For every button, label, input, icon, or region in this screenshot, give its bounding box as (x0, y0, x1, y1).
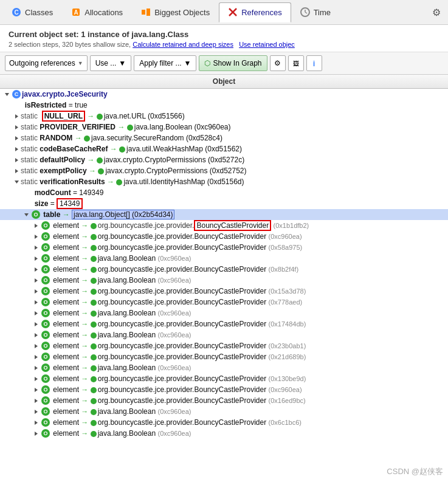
use-retained-link[interactable]: Use retained objec (239, 41, 295, 48)
expand-button[interactable] (12, 167, 21, 175)
svg-rect-5 (146, 9, 150, 16)
tab-references[interactable]: References (219, 2, 291, 22)
tab-time[interactable]: Time (291, 2, 340, 22)
settings-icon-button[interactable]: ⚙ (270, 55, 286, 71)
calc-retained-link[interactable]: Calculate retained and deep sizes (133, 41, 233, 48)
object-type-icon: O (41, 353, 50, 361)
expand-button[interactable] (12, 134, 21, 142)
expand-button[interactable] (12, 145, 21, 153)
svg-marker-22 (35, 246, 38, 250)
svg-rect-4 (142, 10, 145, 15)
expand-button[interactable] (32, 331, 40, 339)
tree-row[interactable]: O element → org.bouncycastle.jce.provide… (0, 373, 448, 384)
tab-classes[interactable]: C Classes (2, 2, 62, 22)
tree-row[interactable]: size = 14349 (0, 198, 448, 209)
object-type-icon: O (32, 210, 40, 219)
tree-row[interactable]: O element → org.bouncycastle.jce.provide… (0, 264, 448, 275)
tree-row[interactable]: O element → org.bouncycastle.jce.provide… (0, 242, 448, 253)
tab-allocations[interactable]: A Allocations (62, 2, 132, 22)
expand-button[interactable] (32, 254, 40, 263)
settings-button[interactable]: ⚙ (427, 4, 446, 21)
expand-button[interactable] (32, 396, 40, 405)
tree-row[interactable]: O element → org.bouncycastle.jce.provide… (0, 318, 448, 329)
tree-row[interactable]: O element → org.bouncycastle.jce.provide… (0, 220, 448, 231)
tree-row[interactable]: O element → org.bouncycastle.jce.provide… (0, 286, 448, 297)
expand-button[interactable] (2, 90, 11, 98)
tree-row[interactable]: O element → java.lang.Boolean (0xc960ea) (0, 253, 448, 264)
expand-button[interactable] (32, 320, 40, 328)
expand-button[interactable] (32, 353, 40, 361)
expand-placeholder (22, 199, 30, 208)
expand-button[interactable] (12, 112, 21, 120)
expand-button[interactable] (32, 265, 40, 274)
tree-row[interactable]: O element → org.bouncycastle.jce.provide… (0, 297, 448, 308)
object-type-icon: O (41, 232, 50, 241)
tree-row[interactable]: static NULL_URL → java.net.URL (0xd51566… (0, 111, 448, 122)
row-text: element → org.bouncycastle.jce.provider.… (51, 385, 302, 394)
expand-button[interactable] (32, 407, 40, 416)
apply-filter-button[interactable]: Apply filter ... ▼ (134, 55, 196, 71)
expand-button[interactable] (32, 232, 40, 241)
row-text: element → org.bouncycastle.jce.provider.… (51, 287, 306, 295)
outgoing-references-dropdown[interactable]: Outgoing references ▼ (5, 55, 88, 71)
object-type-icon: O (41, 342, 50, 350)
svg-marker-12 (15, 114, 18, 119)
tree-row[interactable]: O element → java.lang.Boolean (0xc960ea) (0, 428, 448, 439)
tree-row[interactable]: static PROVIDER_VERIFIED → java.lang.Boo… (0, 122, 448, 133)
expand-button[interactable] (32, 276, 40, 284)
tree-row[interactable]: O element → org.bouncycastle.jce.provide… (0, 351, 448, 362)
tab-biggest-objects[interactable]: Biggest Objects (132, 2, 219, 22)
biggest-objects-icon (141, 7, 151, 17)
object-type-icon: C (12, 90, 21, 98)
object-type-icon: O (41, 385, 50, 394)
tree-row[interactable]: O element → org.bouncycastle.jce.provide… (0, 231, 448, 242)
expand-button[interactable] (32, 287, 40, 295)
tree-row[interactable]: static verificationResults → java.util.I… (0, 176, 448, 187)
expand-button[interactable] (12, 177, 21, 186)
expand-button[interactable] (32, 385, 40, 394)
tree-row[interactable]: modCount = 149349 (0, 187, 448, 198)
svg-marker-24 (35, 267, 38, 272)
expand-button[interactable] (32, 363, 40, 372)
tree-row[interactable]: static defaultPolicy → javax.crypto.Cryp… (0, 154, 448, 165)
row-text: element → java.lang.Boolean (0xc960ea) (51, 254, 191, 263)
tree-row[interactable]: static exemptPolicy → javax.crypto.Crypt… (0, 165, 448, 176)
use-label: Use ... (95, 59, 117, 67)
tree-container[interactable]: Cjavax.crypto.JceSecurity isRestricted =… (0, 89, 448, 439)
info-icon-button[interactable]: i (306, 55, 322, 71)
tree-row[interactable]: O element → org.bouncycastle.jce.provide… (0, 395, 448, 406)
row-text: element → org.bouncycastle.jce.provider.… (51, 396, 306, 405)
expand-button[interactable] (22, 210, 30, 219)
tree-row[interactable]: O table → java.lang.Object[] (0x2b54d34) (0, 209, 448, 220)
svg-line-10 (305, 12, 307, 13)
expand-button[interactable] (32, 429, 40, 438)
tree-row[interactable]: O element → org.bouncycastle.jce.provide… (0, 417, 448, 428)
expand-button[interactable] (32, 298, 40, 306)
expand-button[interactable] (32, 374, 40, 383)
expand-button[interactable] (32, 309, 40, 317)
tree-row[interactable]: O element → org.bouncycastle.jce.provide… (0, 384, 448, 395)
tree-row[interactable]: O element → org.bouncycastle.jce.provide… (0, 340, 448, 351)
tree-row[interactable]: O element → java.lang.Boolean (0xc960ea) (0, 406, 448, 417)
tree-row[interactable]: isRestricted = true (0, 100, 448, 111)
use-dropdown[interactable]: Use ... ▼ (90, 55, 132, 71)
tree-row[interactable]: O element → java.lang.Boolean (0xc960ea) (0, 329, 448, 340)
expand-button[interactable] (12, 123, 21, 131)
tree-row[interactable]: static RANDOM → java.security.SecureRand… (0, 133, 448, 143)
svg-marker-13 (15, 125, 18, 129)
expand-button[interactable] (32, 342, 40, 350)
expand-button[interactable] (12, 156, 21, 164)
tree-row[interactable]: O element → java.lang.Boolean (0xc960ea) (0, 308, 448, 318)
expand-button[interactable] (32, 418, 40, 427)
tree-row[interactable]: O element → java.lang.Boolean (0xc960ea) (0, 362, 448, 373)
tab-time-label: Time (314, 8, 331, 17)
expand-button[interactable] (32, 243, 40, 252)
show-graph-button[interactable]: ⬡ Show In Graph (199, 55, 267, 71)
tree-row[interactable]: O element → java.lang.Boolean (0xc960ea) (0, 275, 448, 286)
tree-row[interactable]: static codeBaseCacheRef → java.util.Weak… (0, 143, 448, 154)
row-text: element → java.lang.Boolean (0xc960ea) (51, 429, 191, 438)
image-icon-button[interactable]: 🖼 (288, 55, 304, 71)
row-text: element → java.lang.Boolean (0xc960ea) (51, 363, 191, 372)
expand-button[interactable] (32, 221, 40, 230)
tree-row[interactable]: Cjavax.crypto.JceSecurity (0, 89, 448, 100)
